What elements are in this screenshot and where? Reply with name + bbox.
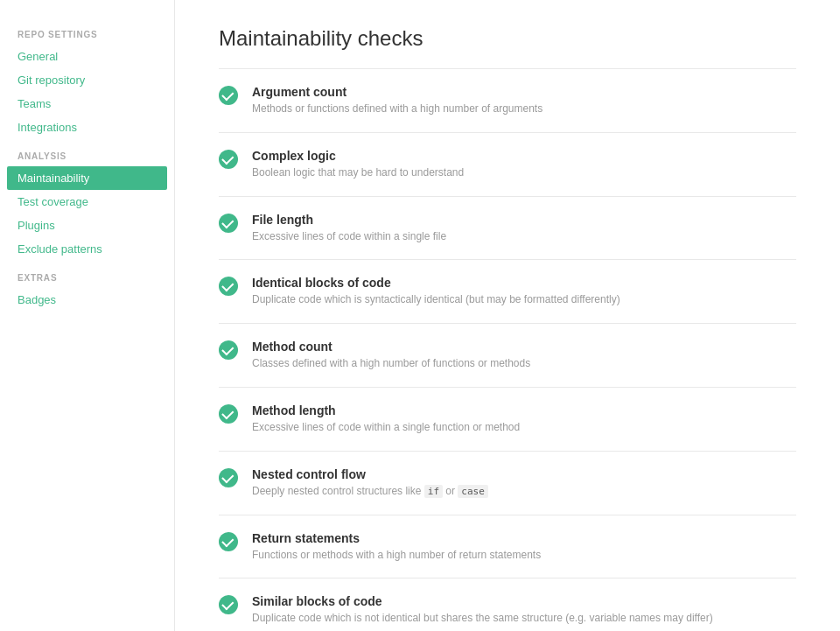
check-argument-count: Argument count Methods or functions defi… <box>219 69 796 133</box>
sidebar-item-general[interactable]: General <box>0 45 174 68</box>
check-title-return-statements: Return statements <box>252 531 541 545</box>
check-icon-argument-count <box>219 86 238 105</box>
check-text-file-length: File length Excessive lines of code with… <box>252 213 446 244</box>
check-desc-argument-count: Methods or functions defined with a high… <box>252 102 542 116</box>
check-desc-complex-logic: Boolean logic that may be hard to unders… <box>252 165 464 180</box>
check-title-file-length: File length <box>252 213 446 227</box>
check-desc-return-statements: Functions or methods with a high number … <box>252 548 541 563</box>
check-return-statements: Return statements Functions or methods w… <box>219 515 796 579</box>
check-text-identical-blocks: Identical blocks of code Duplicate code … <box>252 276 620 307</box>
sidebar-item-integrations[interactable]: Integrations <box>0 116 174 139</box>
nested-desc-middle: or <box>443 485 458 497</box>
sidebar-item-teams[interactable]: Teams <box>0 92 174 116</box>
check-desc-method-length: Excessive lines of code within a single … <box>252 420 520 435</box>
nested-desc-prefix: Deeply nested control structures like <box>252 485 424 497</box>
check-text-return-statements: Return statements Functions or methods w… <box>252 531 541 563</box>
sidebar-item-maintainability[interactable]: Maintainability <box>7 166 167 190</box>
check-title-method-length: Method length <box>252 403 520 417</box>
extras-section-label: EXTRAS <box>0 261 174 288</box>
nested-code-if: if <box>424 485 443 498</box>
page-title: Maintainability checks <box>219 26 796 51</box>
check-text-method-count: Method count Classes defined with a high… <box>252 340 530 371</box>
main-content: Maintainability checks Argument count Me… <box>175 0 840 631</box>
check-icon-file-length <box>219 214 238 233</box>
check-text-similar-blocks: Similar blocks of code Duplicate code wh… <box>252 594 713 626</box>
nested-code-case: case <box>458 485 488 498</box>
sidebar-item-plugins[interactable]: Plugins <box>0 214 174 237</box>
check-desc-identical-blocks: Duplicate code which is syntactically id… <box>252 292 620 307</box>
check-icon-method-length <box>219 404 238 424</box>
check-text-method-length: Method length Excessive lines of code wi… <box>252 403 520 435</box>
app-layout: REPO SETTINGS General Git repository Tea… <box>0 0 840 631</box>
check-desc-file-length: Excessive lines of code within a single … <box>252 229 446 244</box>
sidebar: REPO SETTINGS General Git repository Tea… <box>0 0 175 631</box>
check-icon-nested-control-flow <box>219 468 238 487</box>
check-icon-complex-logic <box>219 150 238 169</box>
check-file-length: File length Excessive lines of code with… <box>219 197 796 261</box>
check-title-identical-blocks: Identical blocks of code <box>252 276 620 290</box>
check-title-method-count: Method count <box>252 340 530 354</box>
check-similar-blocks: Similar blocks of code Duplicate code wh… <box>219 578 796 631</box>
check-icon-identical-blocks <box>219 277 238 296</box>
analysis-section-label: ANALYSIS <box>0 139 174 166</box>
check-title-nested-control-flow: Nested control flow <box>252 467 488 481</box>
sidebar-item-test-coverage[interactable]: Test coverage <box>0 190 174 214</box>
check-desc-method-count: Classes defined with a high number of fu… <box>252 356 530 371</box>
sidebar-item-git-repository[interactable]: Git repository <box>0 68 174 92</box>
check-identical-blocks: Identical blocks of code Duplicate code … <box>219 260 796 324</box>
check-icon-similar-blocks <box>219 595 238 614</box>
check-text-argument-count: Argument count Methods or functions defi… <box>252 85 542 116</box>
check-text-nested-control-flow: Nested control flow Deeply nested contro… <box>252 467 488 499</box>
repo-settings-section-label: REPO SETTINGS <box>0 18 174 45</box>
check-nested-control-flow: Nested control flow Deeply nested contro… <box>219 452 796 515</box>
check-title-complex-logic: Complex logic <box>252 149 464 163</box>
sidebar-item-badges[interactable]: Badges <box>0 288 174 312</box>
check-icon-method-count <box>219 340 238 360</box>
sidebar-item-exclude-patterns[interactable]: Exclude patterns <box>0 237 174 261</box>
check-method-length: Method length Excessive lines of code wi… <box>219 388 796 452</box>
check-title-similar-blocks: Similar blocks of code <box>252 594 713 608</box>
check-complex-logic: Complex logic Boolean logic that may be … <box>219 133 796 197</box>
check-method-count: Method count Classes defined with a high… <box>219 324 796 388</box>
check-desc-similar-blocks: Duplicate code which is not identical bu… <box>252 611 713 626</box>
check-icon-return-statements <box>219 532 238 551</box>
check-title-argument-count: Argument count <box>252 85 542 99</box>
check-desc-nested-control-flow: Deeply nested control structures like if… <box>252 484 488 499</box>
check-text-complex-logic: Complex logic Boolean logic that may be … <box>252 149 464 180</box>
